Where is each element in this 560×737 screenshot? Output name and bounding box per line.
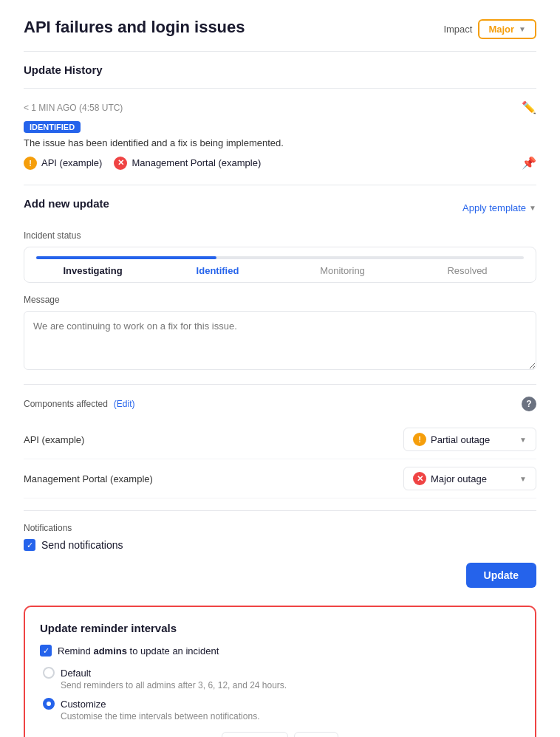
api-outage-label: Partial outage — [431, 434, 490, 445]
notify-admins-row: After an incident is created, notify adm… — [40, 732, 520, 737]
status-resolved[interactable]: Resolved — [405, 265, 530, 276]
component-row-portal: Management Portal (example) ✕ Major outa… — [24, 459, 536, 498]
history-time-row: < 1 MIN AGO (4:58 UTC) ✏️ — [24, 100, 536, 114]
add-update-header: Add new update Apply template ▼ — [24, 197, 536, 219]
history-message: The issue has been identified and a fix … — [24, 137, 536, 148]
history-component-tags: ! API (example) ✕ Management Portal (exa… — [24, 156, 536, 170]
radio-group: Default Send reminders to all admins aft… — [43, 667, 520, 721]
portal-outage-label: Major outage — [431, 473, 487, 484]
progress-bar-fill — [36, 256, 216, 259]
remind-admins-checkbox[interactable] — [40, 645, 52, 657]
divider-1 — [24, 51, 536, 52]
status-track: Investigating Identified Monitoring Reso… — [24, 247, 536, 283]
radio-default-circle[interactable] — [43, 667, 55, 679]
apply-template-label: Apply template — [462, 202, 526, 213]
send-notifications-row: Send notifications — [24, 539, 536, 551]
radio-customize-desc: Customise the time intervals between not… — [61, 711, 520, 721]
remind-admins-strong: admins — [93, 645, 127, 657]
apply-template-link[interactable]: Apply template ▼ — [462, 202, 536, 213]
every-dropdown[interactable]: Every ▼ — [222, 732, 288, 737]
history-timestamp: < 1 MIN AGO (4:58 UTC) — [24, 103, 123, 113]
update-history-title: Update History — [24, 64, 536, 76]
status-labels: Investigating Identified Monitoring Reso… — [24, 265, 536, 276]
remind-checkbox-row: Remind admins to update an incident — [40, 645, 520, 657]
apply-template-chevron-icon: ▼ — [529, 204, 536, 212]
warn-icon-api-select: ! — [413, 433, 426, 446]
portal-outage-select[interactable]: ✕ Major outage ▼ — [403, 467, 536, 490]
radio-customize-row: Customize — [43, 698, 520, 710]
incident-status-label: Incident status — [24, 230, 536, 241]
status-monitoring[interactable]: Monitoring — [280, 265, 405, 276]
radio-default-desc: Send reminders to all admins after 3, 6,… — [61, 680, 520, 690]
radio-item-default: Default Send reminders to all admins aft… — [43, 667, 520, 690]
err-icon-portal: ✕ — [114, 157, 127, 170]
radio-customize-label: Customize — [61, 699, 106, 710]
notifications-section: Notifications Send notifications — [24, 523, 536, 551]
divider-4 — [24, 384, 536, 385]
identified-badge: IDENTIFIED — [24, 121, 81, 133]
components-edit-link[interactable]: (Edit) — [114, 399, 135, 409]
impact-value: Major — [488, 24, 514, 35]
reminder-box: Update reminder intervals Remind admins … — [24, 606, 536, 737]
radio-default-row: Default — [43, 667, 520, 679]
divider-2 — [24, 88, 536, 89]
warn-icon-api: ! — [24, 157, 37, 170]
status-investigating[interactable]: Investigating — [30, 265, 155, 276]
add-update-title: Add new update — [24, 197, 109, 210]
send-notifications-label: Send notifications — [41, 539, 123, 551]
progress-bar-container — [24, 256, 536, 259]
api-outage-select[interactable]: ! Partial outage ▼ — [403, 428, 536, 451]
update-button[interactable]: Update — [466, 563, 536, 588]
update-history-section: Update History < 1 MIN AGO (4:58 UTC) ✏️… — [24, 64, 536, 170]
portal-outage-select-inner: ✕ Major outage — [413, 472, 487, 485]
history-edit-icon[interactable]: ✏️ — [522, 100, 536, 114]
impact-badge[interactable]: Major ▼ — [478, 19, 536, 39]
progress-bar-bg — [36, 256, 524, 259]
components-label: Components affected — [24, 399, 108, 409]
radio-item-customize: Customize Customise the time intervals b… — [43, 698, 520, 721]
divider-5 — [24, 510, 536, 511]
component-api-name: API (example) — [24, 434, 84, 445]
radio-customize-circle[interactable] — [43, 698, 55, 710]
notifications-label: Notifications — [24, 523, 536, 533]
err-icon-portal-select: ✕ — [413, 472, 426, 485]
radio-default-label: Default — [61, 668, 91, 679]
divider-3 — [24, 185, 536, 185]
component-row-api: API (example) ! Partial outage ▼ — [24, 420, 536, 459]
portal-outage-chevron-icon: ▼ — [519, 475, 527, 483]
history-component-api: ! API (example) — [24, 157, 102, 170]
impact-label: Impact — [443, 24, 472, 35]
add-update-section: Add new update Apply template ▼ Incident… — [24, 197, 536, 588]
history-component-portal: ✕ Management Portal (example) — [114, 157, 261, 170]
component-portal-name: Management Portal (example) — [24, 473, 153, 484]
impact-chevron-icon: ▼ — [519, 25, 526, 33]
message-label: Message — [24, 295, 536, 305]
remind-text: Remind admins to update an incident — [58, 645, 219, 657]
message-textarea[interactable] — [24, 311, 536, 370]
send-notifications-checkbox[interactable] — [24, 539, 35, 551]
reminder-title: Update reminder intervals — [40, 622, 520, 634]
pin-icon[interactable]: 📌 — [522, 156, 536, 170]
history-component-api-label: API (example) — [41, 157, 102, 168]
status-identified[interactable]: Identified — [155, 265, 280, 276]
api-outage-chevron-icon: ▼ — [519, 436, 527, 444]
help-icon[interactable]: ? — [522, 397, 536, 411]
number-dropdown[interactable]: 3 ▼ — [294, 732, 338, 737]
history-component-portal-label: Management Portal (example) — [132, 157, 261, 168]
components-header: Components affected (Edit) ? — [24, 397, 536, 411]
api-outage-select-inner: ! Partial outage — [413, 433, 490, 446]
